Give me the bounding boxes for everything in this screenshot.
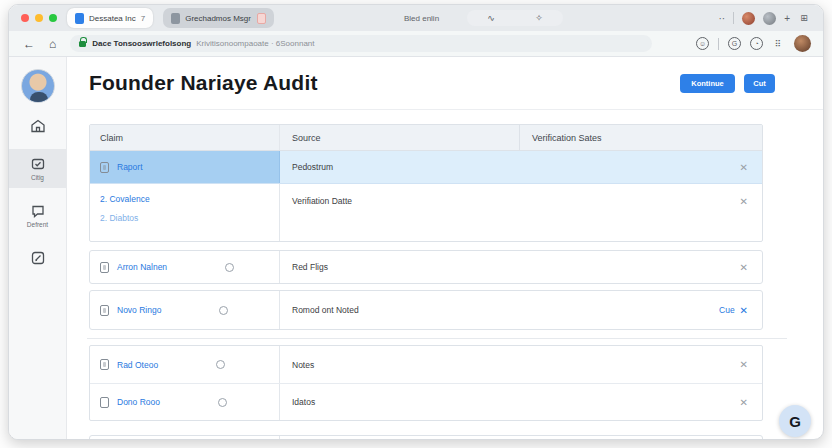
status-cell: Manage	[520, 436, 762, 439]
app-body: Citig Defrent Founder Nariaye Audit Kont…	[9, 57, 823, 439]
sidebar-item-claims[interactable]: Citig	[9, 149, 66, 188]
checkbox-icon[interactable]	[100, 359, 109, 370]
browser-window: Dessatea Inc 7 Grechadmos Msgr Bled enli…	[8, 4, 824, 440]
zoom-window-button[interactable]	[49, 14, 57, 22]
secondary-action-button[interactable]: Cut	[744, 74, 775, 93]
tab-favicon	[171, 13, 180, 24]
radio-button[interactable]	[216, 360, 225, 369]
radio-button[interactable]	[219, 306, 228, 315]
source-cell: Red Fligs	[280, 251, 520, 283]
pin-icon	[257, 13, 266, 24]
browser-tab-2[interactable]: Grechadmos Msgr	[163, 8, 274, 28]
sidebar-item-edit[interactable]	[9, 243, 66, 273]
tab-suffix: 7	[141, 14, 145, 23]
claim-link[interactable]: Dono Rooo	[117, 397, 160, 407]
close-icon[interactable]: ✕	[740, 359, 748, 370]
table-row-selected[interactable]: Raport Pedostrum ✕	[90, 151, 762, 184]
home-icon[interactable]: ⌂	[49, 37, 56, 51]
table-row[interactable]: Rad Oteoo Notes ✕	[90, 346, 762, 383]
sidebar-item-home[interactable]	[9, 111, 66, 141]
tab-favicon	[75, 13, 84, 24]
status-cell: ✕	[520, 184, 762, 241]
inbox-check-icon	[30, 156, 46, 172]
source-cell: Verifiation Datte	[280, 184, 520, 241]
assistant-fab[interactable]: G	[779, 405, 811, 437]
profile-avatar-1[interactable]	[742, 12, 755, 25]
minimize-window-button[interactable]	[35, 14, 43, 22]
section-divider	[87, 338, 787, 339]
tab-strip: Dessatea Inc 7 Grechadmos Msgr Bled enli…	[9, 5, 823, 31]
table-row[interactable]: Emmanus Initials Manage	[89, 435, 763, 439]
table-row[interactable]: 2. Covalence 2. Diabtos Verifiation Datt…	[90, 184, 762, 241]
page-header: Founder Nariaye Audit Kontinue Cut	[67, 57, 823, 110]
close-window-button[interactable]	[21, 14, 29, 22]
clock-icon[interactable]: ◔	[750, 37, 763, 50]
new-tab-button[interactable]: +	[784, 13, 790, 24]
window-controls	[21, 14, 57, 22]
header-verification-status: Verification Sates	[520, 125, 762, 150]
claim-link[interactable]: 2. Covalence	[100, 194, 150, 204]
chat-bubble-icon	[30, 203, 46, 219]
chat-extension-icon[interactable]: ☺	[696, 37, 709, 50]
edit-icon	[30, 250, 46, 266]
table-row[interactable]: Novo Ringo Romod ont Noted Cue ✕	[89, 290, 763, 330]
divider	[733, 12, 734, 24]
more-tabs-icon[interactable]: ··	[718, 13, 725, 24]
home-icon	[30, 118, 46, 134]
table-row[interactable]: Arron Nalnen Red Fligs ✕	[89, 250, 763, 284]
close-icon[interactable]: ✕	[740, 262, 748, 273]
grid-apps-icon[interactable]: ⠿	[772, 37, 785, 50]
radio-button[interactable]	[218, 398, 227, 407]
claim-cell: Novo Ringo	[90, 291, 280, 329]
table-header-row: Claim Source Verification Sates	[90, 125, 762, 151]
claims-table: Claim Source Verification Sates Raport P…	[89, 124, 763, 439]
address-bar[interactable]: Dace Tonsooswrlefolsong Krivitisonoompao…	[70, 35, 652, 52]
close-icon[interactable]: ✕	[740, 305, 748, 316]
radio-button[interactable]	[225, 263, 234, 272]
source-cell: Initials	[280, 436, 520, 439]
status-cell: ✕	[520, 151, 762, 183]
back-button[interactable]: ←	[23, 37, 35, 51]
sidebar-item-label: Citig	[31, 174, 44, 181]
status-cell: ✕	[520, 384, 762, 420]
table-group-top: Claim Source Verification Sates Raport P…	[89, 124, 763, 242]
source-cell: Romod ont Noted	[280, 291, 520, 329]
claim-cell: Rad Oteoo	[90, 346, 280, 383]
source-text: Verifiation Datte	[292, 196, 352, 206]
app-sidebar: Citig Defrent	[9, 57, 67, 439]
claim-cell: Arron Nalnen	[90, 251, 280, 283]
source-text: Notes	[292, 360, 314, 370]
source-text: Romod ont Noted	[292, 305, 359, 315]
primary-action-button[interactable]: Kontinue	[680, 74, 735, 93]
source-cell: Pedostrum	[280, 151, 520, 183]
header-source: Source	[280, 125, 520, 150]
claim-link[interactable]: Rad Oteoo	[117, 360, 158, 370]
g-badge-icon[interactable]: G	[728, 37, 741, 50]
checkbox-icon[interactable]	[100, 162, 109, 173]
browser-tab-1[interactable]: Dessatea Inc 7	[67, 8, 153, 28]
claim-link[interactable]: Arron Nalnen	[117, 262, 167, 272]
table-row[interactable]: Dono Rooo Idatos ✕	[90, 383, 762, 420]
sidebar-item-reports[interactable]: Defrent	[9, 196, 66, 235]
claim-link[interactable]: Raport	[117, 162, 143, 172]
cue-link[interactable]: Cue	[719, 305, 735, 315]
checkbox-icon[interactable]	[100, 262, 109, 273]
account-avatar[interactable]	[794, 35, 811, 52]
source-text: Idatos	[292, 397, 315, 407]
close-icon[interactable]: ✕	[740, 397, 748, 408]
claim-link-secondary[interactable]: 2. Diabtos	[100, 213, 138, 223]
profile-avatar-2[interactable]	[763, 12, 776, 25]
tab-overview-icon[interactable]: ⊞	[798, 12, 811, 25]
close-icon[interactable]: ✕	[740, 162, 748, 173]
close-icon[interactable]: ✕	[740, 196, 748, 207]
source-text: Pedostrum	[292, 162, 333, 172]
claim-cell: 2. Covalence 2. Diabtos	[90, 184, 280, 241]
checkbox-icon[interactable]	[100, 397, 109, 408]
page-title: Founder Nariaye Audit	[89, 71, 318, 95]
url-domain: Dace Tonsooswrlefolsong	[92, 39, 191, 48]
user-avatar[interactable]	[21, 69, 55, 103]
search-pill[interactable]: ∿ ✧	[467, 10, 563, 26]
claim-link[interactable]: Novo Ringo	[117, 305, 161, 315]
checkbox-icon[interactable]	[100, 305, 109, 316]
status-cell: ✕	[520, 251, 762, 283]
